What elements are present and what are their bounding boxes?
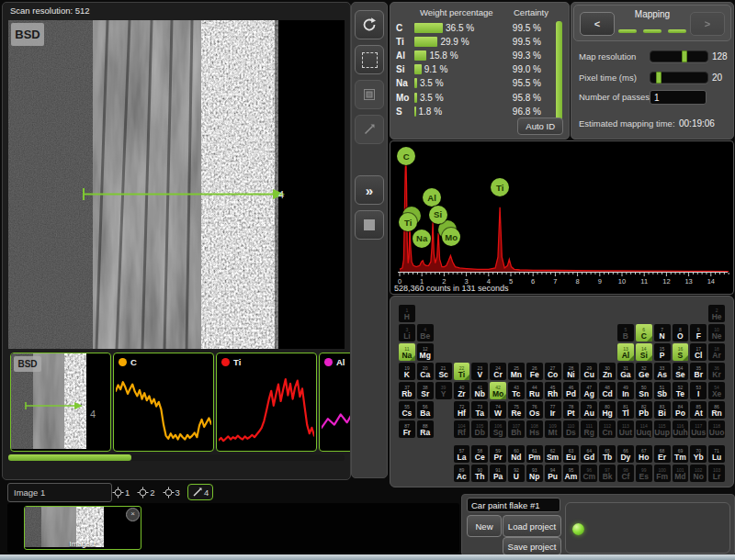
element-te[interactable]: 52Te [673,382,689,399]
element-rb[interactable]: 37Rb [399,382,415,399]
element-sm[interactable]: 62Sm [545,445,561,463]
thumb-scrollbar-track[interactable] [8,454,345,461]
element-cl[interactable]: 17Cl [690,343,707,361]
element-v[interactable]: 23V [471,363,488,380]
pixel-time-slider-thumb[interactable] [656,72,662,84]
sem-image-viewport[interactable]: BSD 4 [8,20,345,349]
element-bi[interactable]: 83Bi [654,401,671,419]
element-br[interactable]: 35Br [690,363,707,380]
element-in[interactable]: 49In [617,382,634,399]
element-u[interactable]: 92U [508,465,525,482]
element-la[interactable]: 57La [454,445,470,463]
element-os[interactable]: 76Os [526,401,543,419]
thumb-scrollbar-thumb[interactable] [8,454,131,461]
region-select-button[interactable] [355,45,384,74]
element-th[interactable]: 90Th [471,465,488,482]
element-ba[interactable]: 56Ba [417,401,434,419]
element-c[interactable]: 6C [636,324,652,342]
marker-4-line-scan[interactable]: 4 [187,484,213,500]
element-yb[interactable]: 70Yb [690,445,707,463]
element-fe[interactable]: 26Fe [526,363,543,380]
element-n[interactable]: 7N [654,324,671,342]
element-ga[interactable]: 31Ga [617,363,634,380]
element-cu[interactable]: 29Cu [581,363,597,380]
element-mo[interactable]: 42Mo [490,382,506,399]
element-tm[interactable]: 69Tm [673,445,689,463]
element-k[interactable]: 19K [399,363,415,380]
marker-2[interactable]: 2 [137,487,154,498]
element-ho[interactable]: 67Ho [636,445,652,463]
element-er[interactable]: 68Er [654,445,671,463]
element-nd[interactable]: 60Nd [508,445,525,463]
element-ti[interactable]: 22Ti [454,363,470,380]
element-se[interactable]: 34Se [673,363,689,380]
thumb-bsd[interactable]: 4 BSD [10,353,111,452]
element-na[interactable]: 11Na [399,343,415,361]
expand-button[interactable]: » [355,175,384,205]
element-tl[interactable]: 81Tl [617,401,634,419]
element-sr[interactable]: 38Sr [417,382,434,399]
element-sc[interactable]: 21Sc [435,363,452,380]
pixel-time-slider[interactable] [650,72,708,84]
marker-3[interactable]: 3 [163,487,180,498]
element-gd[interactable]: 64Gd [581,445,597,463]
element-cs[interactable]: 55Cs [399,401,415,419]
element-hf[interactable]: 72Hf [454,401,470,419]
element-rh[interactable]: 45Rh [545,382,561,399]
new-button[interactable]: New [467,515,502,537]
thumb-profile-al[interactable]: Al [319,353,351,452]
element-np[interactable]: 93Np [526,465,543,482]
element-p[interactable]: 15P [654,343,671,361]
load-project-button[interactable]: Load project [503,515,561,537]
map-resolution-slider[interactable] [650,50,708,62]
thumb-profile-c[interactable]: C [113,353,214,452]
element-mn[interactable]: 25Mn [508,363,525,380]
element-ca[interactable]: 20Ca [417,363,434,380]
element-at[interactable]: 85At [690,401,707,419]
auto-id-button[interactable]: Auto ID [517,118,563,135]
element-rn[interactable]: 86Rn [708,401,725,419]
element-al[interactable]: 13Al [617,343,634,361]
element-i[interactable]: 53I [690,382,707,399]
element-au[interactable]: 79Au [581,401,597,419]
element-s[interactable]: 16S [673,343,689,361]
element-zn[interactable]: 30Zn [599,363,616,380]
element-ni[interactable]: 28Ni [563,363,580,380]
element-pt[interactable]: 78Pt [563,401,580,419]
element-hg[interactable]: 80Hg [599,401,616,419]
element-pd[interactable]: 46Pd [563,382,580,399]
element-po[interactable]: 84Po [673,401,689,419]
element-sn[interactable]: 50Sn [636,382,652,399]
element-cr[interactable]: 24Cr [490,363,506,380]
element-dy[interactable]: 66Dy [617,445,634,463]
element-tb[interactable]: 65Tb [599,445,616,463]
window-bottom-edge[interactable] [0,554,735,560]
save-project-button[interactable]: Save project [503,537,561,555]
element-mg[interactable]: 12Mg [417,343,434,361]
element-ru[interactable]: 44Ru [526,382,543,399]
element-re[interactable]: 75Re [508,401,525,419]
element-ta[interactable]: 73Ta [471,401,488,419]
passes-input[interactable] [650,90,707,105]
element-eu[interactable]: 63Eu [563,445,580,463]
element-pa[interactable]: 91Pa [490,465,506,482]
thumb-profile-ti[interactable]: Ti [216,353,317,452]
element-ag[interactable]: 47Ag [581,382,597,399]
map-resolution-slider-thumb[interactable] [682,50,687,62]
element-tc[interactable]: 43Tc [508,382,525,399]
element-nb[interactable]: 41Nb [471,382,488,399]
element-pm[interactable]: 61Pm [526,445,543,463]
element-sb[interactable]: 51Sb [654,382,671,399]
element-si[interactable]: 14Si [636,343,652,361]
element-zr[interactable]: 40Zr [454,382,470,399]
element-ir[interactable]: 77Ir [545,401,561,419]
element-fr[interactable]: 87Fr [399,420,415,438]
image-1-thumbnail[interactable]: Image 1 × [24,506,141,550]
stop-button[interactable] [355,210,384,240]
element-w[interactable]: 74W [490,401,506,419]
element-pb[interactable]: 82Pb [636,401,652,419]
element-lu[interactable]: 71Lu [708,445,725,463]
element-o[interactable]: 8O [673,324,689,342]
element-ge[interactable]: 32Ge [636,363,652,380]
project-name-input[interactable] [467,498,560,512]
